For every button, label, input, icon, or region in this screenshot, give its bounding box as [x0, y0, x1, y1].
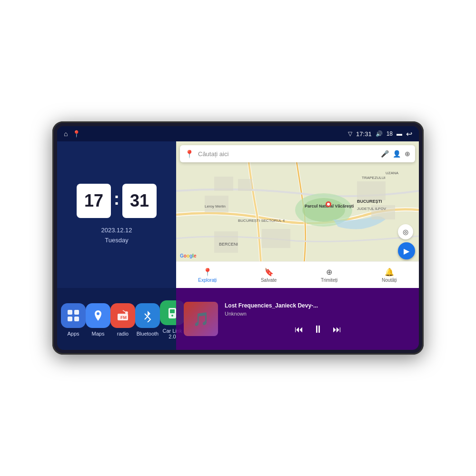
apps-app-icon[interactable] [61, 303, 86, 328]
svg-line-10 [145, 317, 148, 319]
app-item-apps[interactable]: Apps [61, 303, 86, 337]
account-icon[interactable]: 👤 [393, 150, 401, 158]
map-search-bar[interactable]: 📍 Căutați aici 🎤 👤 ⊕ [180, 145, 415, 162]
bluetooth-label: Bluetooth [137, 331, 159, 337]
layers-icon[interactable]: ⊕ [405, 150, 410, 158]
svg-point-4 [97, 312, 99, 315]
svg-text:BUCUREȘTI SECTORUL 4: BUCUREȘTI SECTORUL 4 [238, 218, 285, 223]
status-bar: ⌂ 📍 ▽ 17:31 🔊 18 ▬ ↩ [57, 126, 419, 141]
clock-widget: 17 : 31 2023.12.12 Tuesday [57, 141, 176, 288]
album-art-img: 🎵 [184, 302, 218, 336]
right-panel: Parcul Natural Văcărești Leroy Merlin TR… [176, 141, 419, 350]
battery-icon: ▬ [397, 130, 402, 137]
status-right-info: ▽ 17:31 🔊 18 ▬ ↩ [348, 129, 412, 139]
battery-level: 18 [387, 130, 393, 137]
svg-rect-12 [170, 309, 175, 313]
music-title: Lost Frequencies_Janieck Devy-... [225, 302, 411, 309]
device-screen: ⌂ 📍 ▽ 17:31 🔊 18 ▬ ↩ 17 : [57, 126, 419, 350]
map-tab-news[interactable]: 🔔 Noutăți [382, 268, 397, 283]
play-pause-button[interactable]: ⏸ [313, 323, 323, 336]
signal-icon: ▽ [348, 130, 352, 137]
radio-label: radio [117, 331, 129, 337]
album-art: 🎵 [184, 302, 218, 336]
back-icon[interactable]: ↩ [406, 129, 412, 139]
google-logo: Google [180, 253, 196, 258]
svg-rect-0 [68, 310, 72, 315]
map-controls: ◎ ▶ [398, 224, 415, 259]
svg-text:Leroy Merlin: Leroy Merlin [205, 204, 226, 208]
prev-track-button[interactable]: ⏮ [295, 325, 303, 335]
map-navigate-btn[interactable]: ▶ [398, 242, 415, 259]
contribute-icon: ⊕ [326, 268, 332, 277]
map-search-actions: 🎤 👤 ⊕ [381, 150, 410, 158]
music-player: 🎵 Lost Frequencies_Janieck Devy-... Unkn… [176, 288, 419, 350]
status-left-icons: ⌂ 📍 [64, 130, 80, 138]
apps-label: Apps [67, 331, 79, 337]
svg-rect-2 [68, 317, 72, 321]
svg-point-16 [302, 198, 345, 222]
app-item-radio[interactable]: FM radio [110, 303, 135, 337]
svg-text:BERCENI: BERCENI [219, 242, 238, 247]
svg-rect-1 [74, 310, 79, 315]
clock-colon: : [114, 189, 119, 209]
location-icon[interactable]: 📍 [72, 130, 80, 138]
status-time: 17:31 [356, 130, 372, 138]
map-tab-explore[interactable]: 📍 Explorați [198, 268, 217, 283]
svg-rect-20 [357, 181, 386, 200]
map-tab-saved[interactable]: 🔖 Salvate [261, 268, 277, 283]
music-info: Lost Frequencies_Janieck Devy-... Unknow… [225, 302, 411, 336]
music-artist: Unknown [225, 311, 411, 317]
clock-date: 2023.12.12 Tuesday [101, 226, 132, 246]
maps-pin-icon: 📍 [185, 149, 194, 159]
svg-point-13 [171, 315, 173, 317]
map-bottom-bar: 📍 Explorați 🔖 Salvate ⊕ Trimiteți 🔔 [176, 261, 419, 288]
clock-minutes: 31 [122, 184, 157, 218]
map-area[interactable]: Parcul Natural Văcărești Leroy Merlin TR… [176, 141, 419, 288]
svg-line-9 [145, 314, 148, 317]
clock-display: 17 : 31 [77, 184, 157, 218]
svg-point-33 [327, 203, 330, 206]
music-controls: ⏮ ⏸ ⏭ [225, 323, 411, 336]
bluetooth-app-icon[interactable] [135, 303, 160, 328]
explore-icon: 📍 [203, 268, 212, 277]
svg-text:JUDEȚUL ILFOV: JUDEȚUL ILFOV [357, 207, 387, 211]
device-frame: ⌂ 📍 ▽ 17:31 🔊 18 ▬ ↩ 17 : [52, 121, 424, 355]
svg-rect-22 [262, 229, 290, 248]
clock-hours: 17 [77, 184, 111, 218]
left-panel: 17 : 31 2023.12.12 Tuesday [57, 141, 176, 350]
volume-icon: 🔊 [376, 130, 383, 137]
radio-app-icon[interactable]: FM [110, 303, 135, 328]
svg-rect-18 [238, 179, 252, 191]
search-placeholder: Căutați aici [198, 150, 377, 158]
map-location-btn[interactable]: ◎ [398, 224, 413, 239]
svg-text:UZANA: UZANA [386, 171, 399, 175]
maps-label: Maps [92, 331, 105, 337]
voice-search-icon[interactable]: 🎤 [381, 150, 389, 158]
next-track-button[interactable]: ⏭ [333, 325, 341, 335]
apps-dock: Apps Maps [57, 288, 176, 350]
svg-text:FM: FM [120, 315, 127, 320]
svg-text:BUCUREȘTI: BUCUREȘTI [357, 199, 382, 204]
saved-icon: 🔖 [264, 268, 274, 277]
app-item-maps[interactable]: Maps [86, 303, 110, 337]
map-tab-contribute[interactable]: ⊕ Trimiteți [321, 268, 337, 283]
maps-app-icon[interactable] [86, 303, 110, 328]
main-content: 17 : 31 2023.12.12 Tuesday [57, 141, 419, 350]
svg-text:TRAPEZULUI: TRAPEZULUI [362, 176, 386, 180]
svg-rect-3 [74, 317, 79, 321]
news-icon: 🔔 [385, 268, 394, 277]
svg-rect-17 [214, 177, 233, 191]
home-icon[interactable]: ⌂ [64, 130, 68, 138]
app-item-bluetooth[interactable]: Bluetooth [135, 303, 160, 337]
